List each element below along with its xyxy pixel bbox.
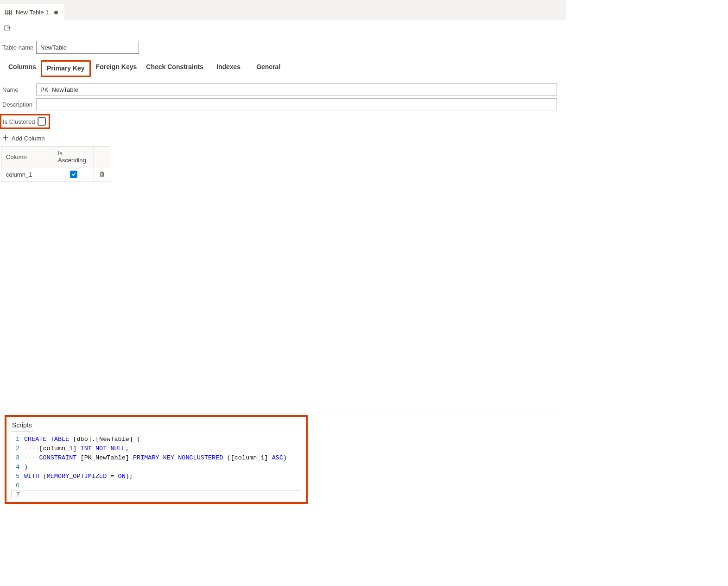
file-tab-new-table[interactable]: New Table 1 bbox=[0, 4, 64, 20]
publish-icon[interactable] bbox=[4, 25, 11, 32]
grid-cell-delete[interactable] bbox=[94, 167, 110, 181]
pk-name-input[interactable] bbox=[36, 83, 557, 96]
dirty-indicator-icon bbox=[54, 11, 58, 14]
tab-columns[interactable]: Columns bbox=[4, 60, 41, 77]
pk-description-input[interactable] bbox=[36, 98, 557, 110]
tab-primary-key[interactable]: Primary Key bbox=[41, 60, 91, 77]
is-clustered-label: Is Clustered bbox=[1, 118, 38, 125]
is-clustered-group: Is Clustered bbox=[0, 114, 50, 129]
scripts-pane: Scripts 1CREATE TABLE [dbo].[NewTable] (… bbox=[0, 412, 564, 504]
scripts-tab[interactable]: Scripts bbox=[11, 420, 33, 432]
grid-header-ascending[interactable]: Is Ascending bbox=[53, 146, 94, 167]
pk-description-label: Description bbox=[1, 101, 36, 108]
trash-icon bbox=[99, 171, 105, 178]
primary-key-form: Name Description Is Clustered bbox=[1, 83, 563, 129]
table-name-input[interactable] bbox=[36, 41, 139, 54]
right-gutter bbox=[566, 0, 728, 586]
svg-rect-0 bbox=[6, 10, 12, 15]
tab-check-constraints[interactable]: Check Constraints bbox=[141, 60, 208, 77]
designer-tabs: Columns Primary Key Foreign Keys Check C… bbox=[4, 60, 563, 77]
scripts-highlight-box: Scripts 1CREATE TABLE [dbo].[NewTable] (… bbox=[5, 415, 308, 504]
is-clustered-checkbox[interactable] bbox=[38, 117, 46, 126]
scripts-code[interactable]: 1CREATE TABLE [dbo].[NewTable] (2····[co… bbox=[11, 435, 301, 499]
grid-cell-column[interactable]: column_1 bbox=[1, 167, 53, 181]
grid-header-column[interactable]: Column bbox=[1, 146, 53, 167]
plus-icon bbox=[2, 134, 9, 142]
svg-rect-9 bbox=[101, 173, 104, 177]
grid-header-actions bbox=[94, 146, 110, 167]
tab-foreign-keys[interactable]: Foreign Keys bbox=[91, 60, 142, 77]
is-ascending-checkbox[interactable] bbox=[70, 171, 77, 178]
table-name-label: Table name bbox=[1, 44, 36, 51]
tab-indexes[interactable]: Indexes bbox=[212, 60, 245, 77]
designer-main: Table name Columns Primary Key Foreign K… bbox=[0, 41, 564, 182]
add-column-button[interactable]: Add Column bbox=[2, 134, 45, 142]
pk-name-label: Name bbox=[1, 86, 36, 93]
svg-rect-5 bbox=[5, 25, 9, 31]
tab-general[interactable]: General bbox=[252, 60, 285, 77]
grid-cell-ascending[interactable] bbox=[53, 167, 94, 181]
table-name-row: Table name bbox=[1, 41, 563, 54]
pk-columns-grid: Column Is Ascending column_1 bbox=[1, 146, 110, 182]
table-icon bbox=[5, 9, 12, 16]
table-row: column_1 bbox=[1, 167, 110, 182]
grid-header: Column Is Ascending bbox=[1, 146, 110, 167]
add-column-label: Add Column bbox=[12, 135, 45, 142]
file-tab-label: New Table 1 bbox=[16, 9, 49, 16]
